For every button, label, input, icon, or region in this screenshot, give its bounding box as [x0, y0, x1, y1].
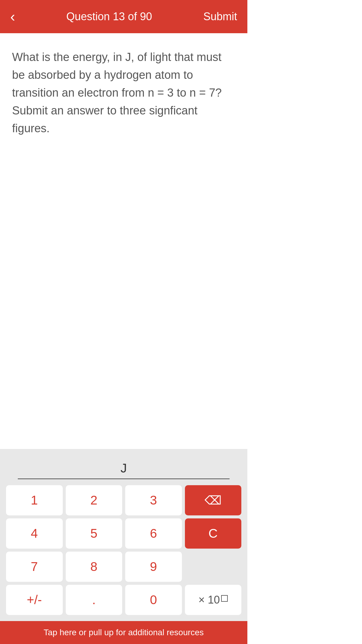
key-6[interactable]: 6: [125, 518, 182, 549]
key-1[interactable]: 1: [6, 485, 63, 515]
key-3[interactable]: 3: [125, 485, 182, 515]
key-2[interactable]: 2: [66, 485, 122, 515]
answer-input[interactable]: [18, 458, 230, 479]
backspace-icon: ⌫: [205, 493, 222, 507]
question-text: What is the energy, in J, of light that …: [12, 48, 235, 137]
key-decimal[interactable]: .: [66, 585, 122, 615]
backspace-button[interactable]: ⌫: [185, 485, 242, 515]
footer-bar[interactable]: Tap here or pull up for additional resou…: [0, 621, 247, 644]
key-8[interactable]: 8: [66, 552, 122, 582]
key-5[interactable]: 5: [66, 518, 122, 549]
key-9[interactable]: 9: [125, 552, 182, 582]
clear-button[interactable]: C: [185, 518, 242, 549]
submit-button[interactable]: Submit: [200, 7, 240, 26]
back-button[interactable]: ‹: [7, 6, 18, 27]
keypad: 1 2 3 ⌫ 4 5 6 C 7 8 9 +/- . 0 × 10: [6, 485, 241, 615]
key-0[interactable]: 0: [125, 585, 182, 615]
keyboard-area: 1 2 3 ⌫ 4 5 6 C 7 8 9 +/- . 0 × 10: [0, 449, 247, 621]
question-area: What is the energy, in J, of light that …: [0, 33, 247, 449]
empty-cell: [185, 552, 242, 582]
exponent-box: [221, 595, 228, 602]
key-x10[interactable]: × 10: [185, 585, 242, 615]
footer-label: Tap here or pull up for additional resou…: [44, 628, 204, 637]
header: ‹ Question 13 of 90 Submit: [0, 0, 247, 33]
input-display-wrapper: [6, 458, 241, 479]
key-4[interactable]: 4: [6, 518, 63, 549]
x10-label: × 10: [198, 594, 220, 606]
question-progress: Question 13 of 90: [18, 10, 200, 23]
key-sign[interactable]: +/-: [6, 585, 63, 615]
key-7[interactable]: 7: [6, 552, 63, 582]
